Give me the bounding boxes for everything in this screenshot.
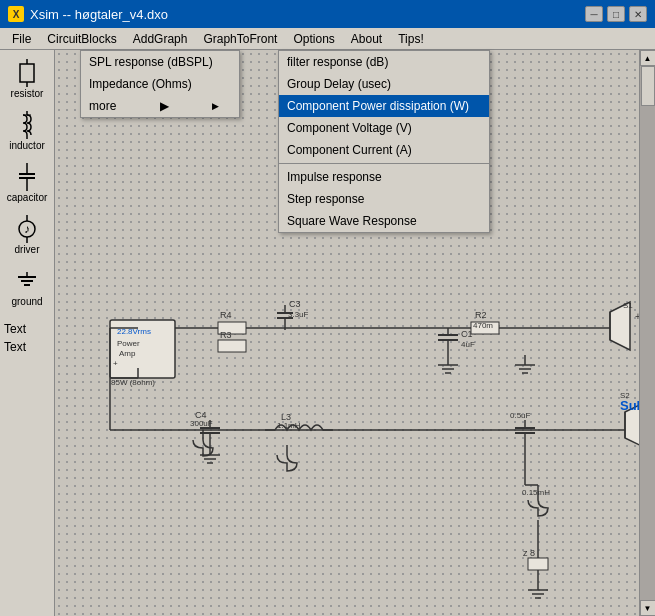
svg-text:R3: R3 — [220, 330, 232, 340]
sidebar-item-ground[interactable]: ground — [3, 262, 51, 312]
vertical-scrollbar: ▲ ▼ — [639, 50, 655, 616]
menu-options[interactable]: Options — [285, 30, 342, 48]
svg-text:Sub/Middle: Sub/Middle — [620, 398, 639, 413]
addgraph-dropdown: SPL response (dBSPL) Impedance (Ohms) mo… — [80, 50, 240, 118]
svg-text:♪: ♪ — [24, 222, 30, 236]
svg-text:C3: C3 — [289, 299, 301, 309]
title-bar: X Xsim -- høgtaler_v4.dxo ─ □ ✕ — [0, 0, 655, 28]
svg-text:3.3uF: 3.3uF — [288, 310, 309, 319]
svg-text:0.5uF: 0.5uF — [510, 411, 531, 420]
more-step-response[interactable]: Step response — [279, 188, 489, 210]
sidebar-item-inductor[interactable]: inductor — [3, 106, 51, 156]
window-controls: ─ □ ✕ — [585, 6, 647, 22]
window-title: Xsim -- høgtaler_v4.dxo — [30, 7, 168, 22]
svg-rect-95 — [528, 558, 548, 570]
sidebar-label-resistor: resistor — [11, 88, 44, 99]
sidebar-label-driver: driver — [14, 244, 39, 255]
more-impulse-response[interactable]: Impulse response — [279, 166, 489, 188]
more-square-wave[interactable]: Square Wave Response — [279, 210, 489, 232]
svg-text:300uF: 300uF — [190, 419, 213, 428]
more-component-voltage[interactable]: Component Voltage (V) — [279, 117, 489, 139]
svg-text:0.15mH: 0.15mH — [522, 488, 550, 497]
svg-text:470m: 470m — [473, 321, 493, 330]
sidebar-label-ground: ground — [11, 296, 42, 307]
svg-text:R4: R4 — [220, 310, 232, 320]
menu-bar: File CircuitBlocks AddGraph GraphToFront… — [0, 28, 655, 50]
menu-tips[interactable]: Tips! — [390, 30, 432, 48]
menu-circuitblocks[interactable]: CircuitBlocks — [39, 30, 124, 48]
inductor-icon — [15, 111, 39, 139]
maximize-button[interactable]: □ — [607, 6, 625, 22]
more-component-current[interactable]: Component Current (A) — [279, 139, 489, 161]
menu-addgraph[interactable]: AddGraph — [125, 30, 196, 48]
sidebar: resistor inductor — [0, 50, 55, 616]
more-filter-response[interactable]: filter response (dB) — [279, 51, 489, 73]
close-button[interactable]: ✕ — [629, 6, 647, 22]
scroll-up-button[interactable]: ▲ — [640, 50, 656, 66]
svg-text:4uF: 4uF — [461, 340, 475, 349]
minimize-button[interactable]: ─ — [585, 6, 603, 22]
sidebar-item-resistor[interactable]: resistor — [3, 54, 51, 104]
sidebar-text-1: Text — [4, 322, 26, 336]
more-component-power[interactable]: Component Power dissipation (W) — [279, 95, 489, 117]
capacitor-icon — [15, 163, 39, 191]
driver-icon: ♪ — [15, 215, 39, 243]
svg-text:Amp: Amp — [119, 349, 136, 358]
sidebar-item-driver[interactable]: ♪ driver — [3, 210, 51, 260]
sidebar-text-2: Text — [4, 340, 26, 354]
resistor-icon — [15, 59, 39, 87]
svg-text:z 8: z 8 — [523, 548, 535, 558]
svg-text:S1: S1 — [623, 301, 633, 310]
scroll-down-button[interactable]: ▼ — [640, 600, 656, 616]
svg-text:85W (8ohm): 85W (8ohm) — [111, 378, 155, 387]
scroll-thumb[interactable] — [641, 66, 655, 106]
more-submenu: filter response (dB) Group Delay (usec) … — [278, 50, 490, 233]
more-separator — [279, 163, 489, 164]
more-arrow-icon: ▶ — [160, 99, 169, 113]
menu-about[interactable]: About — [343, 30, 390, 48]
scroll-track — [640, 66, 656, 600]
svg-text:+: + — [113, 359, 118, 368]
ground-icon — [15, 267, 39, 295]
svg-text:+: + — [635, 311, 639, 322]
menu-file[interactable]: File — [4, 30, 39, 48]
app-icon: X — [8, 6, 24, 22]
svg-text:1.1mH: 1.1mH — [277, 421, 301, 430]
menu-graphtofront[interactable]: GraphToFront — [195, 30, 285, 48]
sidebar-label-capacitor: capacitor — [7, 192, 48, 203]
more-group-delay[interactable]: Group Delay (usec) — [279, 73, 489, 95]
sidebar-label-inductor: inductor — [9, 140, 45, 151]
svg-text:R2: R2 — [475, 310, 487, 320]
addgraph-more[interactable]: more ▶ — [81, 95, 239, 117]
svg-rect-1 — [20, 64, 34, 82]
addgraph-impedance[interactable]: Impedance (Ohms) — [81, 73, 239, 95]
svg-text:Power: Power — [117, 339, 140, 348]
addgraph-spl[interactable]: SPL response (dBSPL) — [81, 51, 239, 73]
sidebar-item-capacitor[interactable]: capacitor — [3, 158, 51, 208]
svg-rect-29 — [218, 340, 246, 352]
